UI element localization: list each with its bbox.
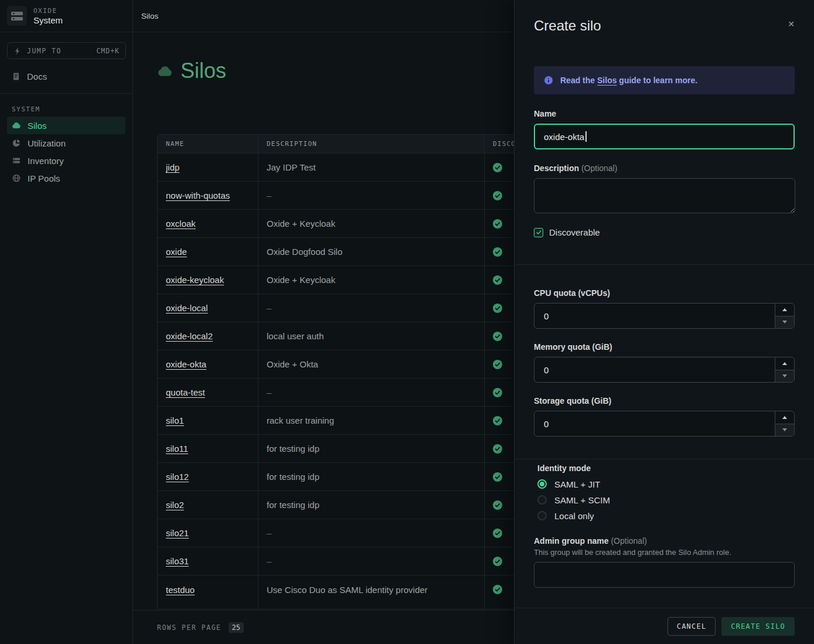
pie-chart-icon bbox=[12, 138, 21, 148]
identity-mode-group: Identity mode SAML + JITSAML + SCIMLocal… bbox=[534, 464, 795, 520]
silo-name-link[interactable]: jidp bbox=[166, 162, 179, 172]
cancel-button[interactable]: CANCEL bbox=[667, 617, 716, 636]
sidebar: OXIDE System JUMP TO CMD+K Docs SYSTEM S… bbox=[0, 0, 133, 644]
check-circle-icon bbox=[493, 585, 502, 594]
increment-button[interactable] bbox=[775, 357, 794, 370]
oxide-logo-icon bbox=[7, 6, 27, 26]
cpu-quota-input[interactable]: 0 bbox=[534, 303, 795, 329]
radio-option-saml-scim[interactable]: SAML + SCIM bbox=[537, 495, 795, 505]
cloud-icon bbox=[157, 63, 173, 79]
cpu-quota-label: CPU quota (vCPUs) bbox=[534, 288, 795, 298]
rows-per-page-value[interactable]: 25 bbox=[229, 622, 244, 633]
chevron-down-icon bbox=[782, 374, 787, 377]
radio-option-label: SAML + SCIM bbox=[554, 495, 610, 505]
check-circle-icon bbox=[493, 472, 502, 482]
sidebar-item-label: Utilization bbox=[28, 138, 66, 148]
memory-quota-input[interactable]: 0 bbox=[534, 357, 795, 383]
chevron-down-icon bbox=[782, 321, 787, 323]
silo-description: – bbox=[267, 190, 271, 200]
radio-unselected-icon[interactable] bbox=[537, 511, 547, 520]
silo-name-link[interactable]: silo31 bbox=[166, 556, 189, 566]
silo-name-link[interactable]: now-with-quotas bbox=[166, 190, 230, 200]
decrement-button[interactable] bbox=[775, 370, 794, 383]
silos-guide-link[interactable]: Silos bbox=[597, 76, 617, 85]
close-icon[interactable]: ✕ bbox=[784, 16, 798, 32]
storage-quota-value: 0 bbox=[544, 411, 549, 436]
brand-context: System bbox=[33, 15, 63, 25]
decrement-button[interactable] bbox=[775, 316, 794, 329]
jump-to-button[interactable]: JUMP TO CMD+K bbox=[7, 42, 126, 59]
chevron-up-icon bbox=[782, 308, 787, 311]
silo-description: Oxide + Keycloak bbox=[267, 219, 335, 229]
sidebar-item-inventory[interactable]: Inventory bbox=[7, 152, 125, 169]
sidebar-item-silos[interactable]: Silos bbox=[7, 117, 125, 134]
bolt-icon bbox=[13, 47, 22, 55]
silo-name-link[interactable]: silo12 bbox=[166, 472, 189, 482]
check-circle-icon bbox=[493, 360, 502, 369]
radio-option-label: Local only bbox=[554, 511, 594, 521]
check-circle-icon bbox=[493, 219, 502, 229]
panel-footer: CANCEL CREATE SILO bbox=[515, 608, 814, 644]
silo-name-link[interactable]: oxide-keycloak bbox=[166, 275, 224, 285]
storage-quota-label: Storage quota (GiB) bbox=[534, 396, 795, 406]
sidebar-item-utilization[interactable]: Utilization bbox=[7, 134, 125, 152]
check-circle-icon bbox=[493, 163, 502, 172]
admin-group-help: This group will be created and granted t… bbox=[534, 548, 795, 557]
name-input[interactable]: oxide-okta bbox=[534, 124, 795, 149]
brand-org: OXIDE bbox=[33, 7, 63, 15]
panel-body: Read the Silos guide to learn more. Name… bbox=[515, 36, 814, 608]
silo-name-link[interactable]: oxide-okta bbox=[166, 359, 206, 369]
create-silo-panel: Create silo ✕ Read the Silos guide to le… bbox=[514, 0, 814, 644]
silo-name-link[interactable]: oxcloak bbox=[166, 219, 196, 229]
brand-text: OXIDE System bbox=[33, 7, 63, 25]
silo-name-link[interactable]: silo1 bbox=[166, 415, 184, 425]
silo-name-link[interactable]: silo11 bbox=[166, 444, 188, 454]
silo-description: Oxide Dogfood Silo bbox=[267, 247, 342, 257]
brand-picker[interactable]: OXIDE System bbox=[0, 0, 132, 32]
sidebar-item-docs[interactable]: Docs bbox=[7, 67, 125, 85]
identity-mode-options: SAML + JITSAML + SCIMLocal only bbox=[537, 479, 795, 520]
silo-description: Use Cisco Duo as SAML identity provider bbox=[267, 585, 428, 595]
silo-name-link[interactable]: silo21 bbox=[166, 528, 189, 538]
radio-option-local-only[interactable]: Local only bbox=[537, 511, 795, 520]
silo-name-link[interactable]: oxide-local bbox=[166, 303, 208, 313]
radio-option-label: SAML + JIT bbox=[554, 479, 600, 489]
sidebar-divider bbox=[0, 93, 132, 94]
identity-mode-label: Identity mode bbox=[537, 464, 795, 473]
storage-quota-input[interactable]: 0 bbox=[534, 411, 795, 437]
cloud-icon bbox=[12, 121, 21, 130]
radio-option-saml-jit[interactable]: SAML + JIT bbox=[537, 479, 795, 489]
decrement-button[interactable] bbox=[775, 424, 794, 437]
check-circle-icon bbox=[493, 416, 502, 425]
description-textarea[interactable] bbox=[534, 178, 795, 213]
silo-description: – bbox=[267, 556, 271, 566]
sidebar-section-label: SYSTEM bbox=[12, 105, 132, 113]
breadcrumb[interactable]: Silos bbox=[141, 12, 158, 21]
globe-icon bbox=[12, 173, 21, 183]
increment-button[interactable] bbox=[775, 411, 794, 424]
text-caret bbox=[585, 131, 587, 142]
cpu-quota-value: 0 bbox=[544, 304, 549, 328]
silo-name-link[interactable]: oxide bbox=[166, 247, 187, 257]
sidebar-item-label: Inventory bbox=[28, 156, 64, 166]
rows-per-page-label: ROWS PER PAGE bbox=[157, 623, 222, 632]
create-silo-button[interactable]: CREATE SILO bbox=[721, 617, 795, 636]
sidebar-item-ip-pools[interactable]: IP Pools bbox=[7, 169, 125, 187]
system-nav: SilosUtilizationInventoryIP Pools bbox=[0, 117, 132, 187]
memory-quota-value: 0 bbox=[544, 357, 549, 382]
increment-button[interactable] bbox=[775, 304, 794, 316]
radio-unselected-icon[interactable] bbox=[537, 495, 547, 505]
radio-selected-icon[interactable] bbox=[537, 479, 547, 489]
check-circle-icon bbox=[493, 304, 502, 313]
chevron-down-icon bbox=[782, 428, 787, 431]
silo-name-link[interactable]: silo2 bbox=[166, 500, 184, 510]
check-circle-icon bbox=[493, 332, 502, 341]
silo-name-link[interactable]: testduo bbox=[166, 585, 195, 595]
admin-group-input[interactable] bbox=[534, 562, 795, 588]
chevron-up-icon bbox=[782, 362, 787, 365]
memory-quota-label: Memory quota (GiB) bbox=[534, 342, 795, 352]
silo-name-link[interactable]: oxide-local2 bbox=[166, 331, 213, 341]
silo-name-link[interactable]: quota-test bbox=[166, 387, 205, 397]
discoverable-checkbox-row[interactable]: Discoverable bbox=[534, 227, 795, 237]
checkbox-checked-icon[interactable] bbox=[534, 228, 543, 237]
